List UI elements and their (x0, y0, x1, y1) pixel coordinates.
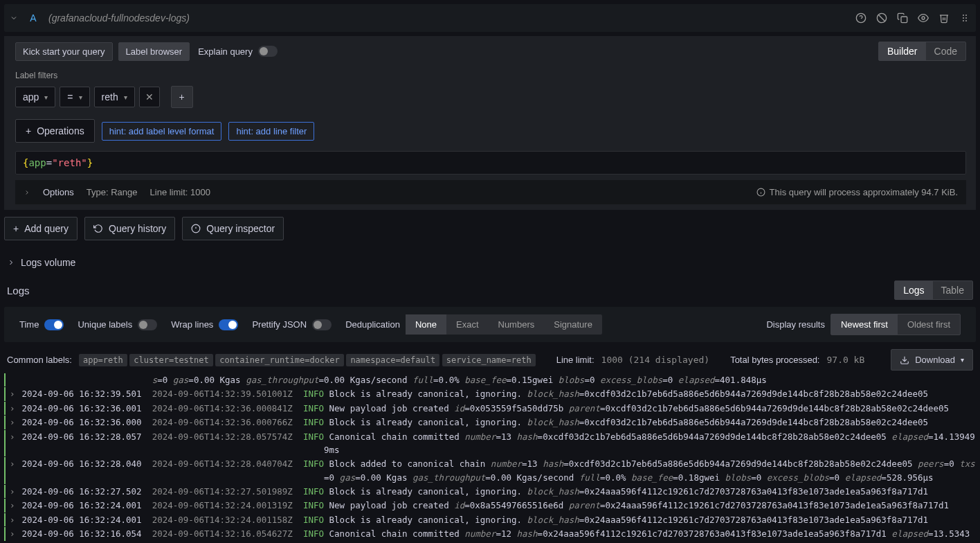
dedup-signature[interactable]: Signature (544, 314, 602, 335)
log-level: INFO (303, 387, 324, 400)
query-expression[interactable]: {app="reth"} (15, 151, 966, 175)
log-message: s=0 gas=0.00 Kgas gas_throughput=0.00 Kg… (152, 373, 767, 386)
dedup-none[interactable]: None (406, 314, 446, 335)
options-label[interactable]: Options (43, 187, 74, 197)
info-icon (756, 188, 765, 197)
logs-view-tab[interactable]: Logs (895, 281, 932, 299)
inspector-icon (191, 224, 201, 233)
log-message: Block is already canonical, ignoring. bl… (324, 387, 928, 400)
expand-chevron-icon[interactable]: › (10, 457, 17, 470)
hint-level-button[interactable]: hint: add label level format (102, 122, 222, 141)
log-level: INFO (303, 499, 324, 512)
newest-first[interactable]: Newest first (831, 314, 898, 335)
log-line[interactable]: › 2024-09-06 16:32:24.001 2024-09-06T14:… (4, 499, 976, 512)
chevron-right-icon (7, 258, 15, 267)
trash-icon[interactable] (938, 12, 950, 24)
log-line[interactable]: 2024-09-06 16:32:39.501 s=0 gas=0.00 Kga… (4, 373, 976, 386)
explain-query-toggle[interactable]: Explain query (198, 46, 278, 57)
expand-chevron-icon[interactable]: › (10, 402, 17, 415)
expand-chevron-icon[interactable]: › (10, 499, 17, 512)
toggle-icon[interactable] (138, 319, 157, 330)
log-line[interactable]: › 2024-09-06 16:32:36.001 2024-09-06T14:… (4, 402, 976, 415)
toggle-icon[interactable] (312, 319, 332, 330)
query-inspector-button[interactable]: Query inspector (182, 217, 284, 240)
filter-key-select[interactable]: app ▾ (15, 87, 55, 107)
action-row: + Add query Query history Query inspecto… (0, 210, 980, 247)
common-label-tag[interactable]: service_name=reth (442, 354, 536, 366)
log-line[interactable]: › 2024-09-06 16:32:16.054 2024-09-06T14:… (4, 527, 976, 540)
query-letter: A (26, 11, 40, 25)
table-view-tab[interactable]: Table (933, 281, 972, 299)
log-line[interactable]: › 2024-09-06 16:32:39.501 2024-09-06T14:… (4, 387, 976, 400)
eye-icon[interactable] (918, 12, 929, 24)
dedup-numbers[interactable]: Numbers (489, 314, 545, 335)
add-filter-button[interactable]: + (171, 86, 193, 108)
expand-chevron-icon[interactable]: › (10, 527, 17, 540)
chevron-down-icon: ▾ (44, 94, 48, 101)
tbp-value: 97.0 kB (826, 355, 864, 365)
remove-filter-button[interactable]: ✕ (139, 87, 160, 107)
query-size-info: This query will process approximately 94… (770, 187, 958, 197)
log-line[interactable]: › 2024-09-06 16:32:28.040 2024-09-06T14:… (4, 457, 976, 484)
common-label-tag[interactable]: namespace=default (346, 354, 439, 366)
log-timestamp: 2024-09-06 16:32:24.001 (17, 499, 152, 512)
prettify-json-toggle[interactable]: Prettify JSON (252, 319, 332, 330)
query-history-button[interactable]: Query history (84, 217, 175, 240)
chevron-down-icon: ▾ (961, 356, 964, 364)
log-line[interactable]: › 2024-09-06 16:32:36.000 2024-09-06T14:… (4, 416, 976, 429)
log-timestamp: 2024-09-06 16:32:16.054 (17, 527, 152, 540)
log-level: INFO (303, 485, 324, 498)
log-line[interactable]: › 2024-09-06 16:32:27.502 2024-09-06T14:… (4, 485, 976, 498)
filter-value-select[interactable]: reth ▾ (94, 87, 135, 107)
common-label-tag[interactable]: cluster=testnet (129, 354, 212, 366)
log-message: New payload job created id=0x8a554976655… (324, 499, 949, 512)
log-level: INFO (303, 402, 324, 415)
common-label-tag[interactable]: app=reth (79, 354, 127, 366)
common-label-tag[interactable]: container_runtime=docker (215, 354, 343, 366)
log-timestamp: 2024-09-06 16:32:36.000 (17, 416, 152, 429)
toggle-icon[interactable] (219, 319, 238, 330)
copy-icon[interactable] (897, 12, 908, 24)
log-timestamp: 2024-09-06 16:32:28.040 (17, 457, 152, 470)
wrap-lines-toggle[interactable]: Wrap lines (171, 319, 238, 330)
logs-controls: Time Unique labels Wrap lines Prettify J… (4, 307, 976, 342)
dedup-control: Deduplication None Exact Numbers Signatu… (345, 314, 602, 335)
time-toggle[interactable]: Time (19, 319, 64, 330)
code-tab[interactable]: Code (926, 42, 965, 60)
log-message: Block is already canonical, ignoring. bl… (324, 513, 928, 526)
query-builder-panel: Kick start your query Label browser Expl… (4, 36, 976, 210)
hint-line-button[interactable]: hint: add line filter (228, 122, 314, 141)
expand-chevron-icon[interactable]: › (10, 416, 17, 429)
options-chevron-icon[interactable] (24, 189, 30, 196)
expand-chevron-icon[interactable]: › (10, 387, 17, 400)
drag-icon[interactable] (959, 12, 970, 24)
kick-start-button[interactable]: Kick start your query (15, 42, 113, 61)
log-line[interactable]: › 2024-09-06 16:32:28.057 2024-09-06T14:… (4, 430, 976, 457)
expand-chevron-icon[interactable]: › (10, 513, 17, 526)
help-icon[interactable] (855, 12, 866, 24)
add-query-button[interactable]: + Add query (4, 217, 78, 240)
toggle-icon[interactable] (44, 319, 64, 330)
collapse-chevron-icon[interactable] (10, 14, 18, 22)
disable-icon[interactable] (876, 12, 887, 24)
label-filters-title: Label filters (15, 71, 966, 80)
label-browser-button[interactable]: Label browser (118, 42, 190, 61)
log-message: Block is already canonical, ignoring. bl… (324, 485, 928, 498)
log-timestamp: 2024-09-06 16:32:24.001 (17, 513, 152, 526)
expand-chevron-icon[interactable]: › (10, 430, 17, 443)
svg-point-11 (965, 20, 967, 21)
log-level: INFO (303, 416, 324, 429)
builder-tab[interactable]: Builder (879, 42, 926, 60)
dedup-exact[interactable]: Exact (446, 314, 489, 335)
oldest-first[interactable]: Oldest first (898, 314, 960, 335)
expand-chevron-icon[interactable]: › (10, 485, 17, 498)
download-button[interactable]: Download ▾ (891, 349, 973, 371)
filter-op-select[interactable]: = ▾ (60, 87, 89, 107)
toggle-icon[interactable] (258, 46, 278, 57)
chevron-down-icon: ▾ (124, 94, 127, 101)
unique-labels-toggle[interactable]: Unique labels (78, 319, 157, 330)
log-line[interactable]: › 2024-09-06 16:32:24.001 2024-09-06T14:… (4, 513, 976, 526)
logs-volume-toggle[interactable]: Logs volume (0, 247, 980, 278)
operations-button[interactable]: + Operations (15, 119, 95, 143)
log-message: Block is already canonical, ignoring. bl… (324, 416, 928, 429)
